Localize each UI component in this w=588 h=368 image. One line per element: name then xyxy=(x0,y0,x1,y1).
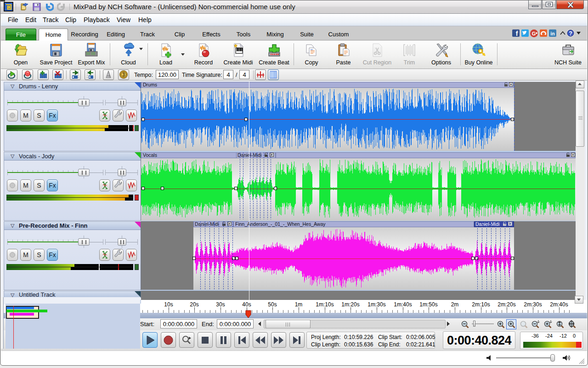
svg-text:in: in xyxy=(550,31,554,36)
svg-text:G: G xyxy=(532,31,536,36)
svg-text:3: 3 xyxy=(122,72,125,77)
svg-text:f: f xyxy=(516,30,518,37)
svg-text:?: ? xyxy=(569,30,572,37)
